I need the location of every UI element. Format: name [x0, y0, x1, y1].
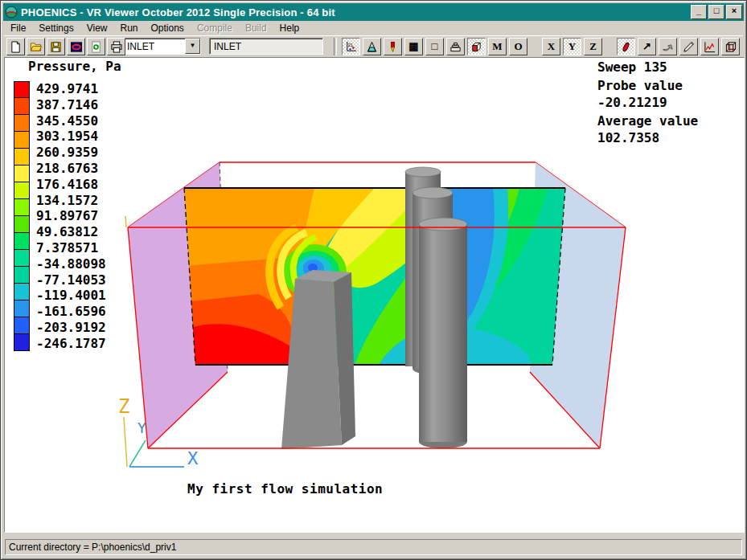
letter-x-icon: X [548, 40, 555, 53]
menu-file[interactable]: File [4, 22, 32, 35]
mesh-button[interactable]: M [488, 38, 507, 55]
outline-button[interactable]: O [509, 38, 527, 55]
app-icon [5, 6, 18, 18]
wire-cube-icon [724, 41, 737, 53]
z-plane-button[interactable]: Z [584, 38, 602, 55]
cone-icon [366, 41, 378, 53]
solid-view-button[interactable] [467, 38, 486, 55]
square-outline-icon: □ [432, 40, 438, 53]
legend-swatch [14, 132, 30, 149]
reload-icon [90, 41, 102, 53]
maximize-button[interactable]: □ [708, 5, 724, 19]
pressure-contour-plane [178, 184, 573, 370]
grid-button[interactable]: ▦ [404, 38, 423, 55]
legend-value: 7.378571 [36, 240, 98, 256]
average-value: 102.7358 [597, 130, 659, 145]
menu-options[interactable]: Options [145, 22, 191, 35]
legend-title: Pressure, Pa [28, 59, 121, 74]
x-plane-button[interactable]: X [542, 38, 560, 55]
object-name-field[interactable]: INLET [209, 38, 323, 55]
svg-text:21: 21 [348, 42, 353, 47]
x-axis-label: X [187, 448, 199, 468]
legend-swatch [14, 182, 30, 199]
legend-value: -246.1787 [36, 336, 106, 352]
z-axis-label: Z [118, 395, 129, 418]
printer-icon [110, 41, 123, 53]
menu-view[interactable]: View [80, 22, 114, 35]
menu-help[interactable]: Help [273, 22, 306, 35]
animation-button[interactable] [67, 38, 85, 55]
legend-value: 387.7146 [36, 97, 98, 113]
window-title: PHOENICS - VR Viewer October 2012 Single… [21, 6, 335, 18]
reload-button[interactable] [87, 38, 105, 55]
status-text: Current directory = P:\phoenics\d_priv1 [5, 539, 742, 555]
streamline-icon [662, 41, 675, 53]
streamline-button[interactable] [659, 38, 677, 55]
vector-button[interactable]: ↗ [638, 38, 656, 55]
menu-bar: FileSettingsViewRunOptionsCompileBuildHe… [4, 22, 743, 35]
blockage-button[interactable] [446, 38, 465, 55]
legend-swatch [14, 284, 30, 300]
graph-button[interactable] [700, 38, 719, 55]
minimize-button[interactable]: _ [691, 5, 707, 19]
object-selector-value: INLET [124, 41, 185, 52]
print-button[interactable] [107, 38, 125, 55]
y-plane-button[interactable]: Y [563, 38, 581, 55]
open-folder-icon [30, 41, 43, 53]
toolbar-separator [334, 38, 337, 55]
menu-settings[interactable]: Settings [32, 22, 80, 35]
toolbar: INLET ▼ INLET 21▦□MOXYZ↗ [4, 35, 743, 57]
contour-lens-icon [620, 41, 632, 53]
legend-swatch [14, 115, 30, 132]
close-button[interactable]: × [726, 5, 742, 19]
wireframe-button[interactable]: □ [425, 38, 444, 55]
stacked-blocks-icon [449, 41, 462, 53]
probe-label: Probe value [597, 78, 683, 93]
legend-value: -34.88098 [36, 256, 106, 272]
legend-swatch [14, 199, 30, 216]
scene-caption: My first flow simulation [187, 481, 383, 497]
average-label: Average value [597, 113, 698, 129]
probe-value: -20.21219 [597, 95, 667, 110]
legend-swatch [14, 334, 30, 351]
menu-run[interactable]: Run [114, 22, 145, 35]
legend-value: -161.6596 [36, 304, 106, 320]
cone-view-button[interactable] [363, 38, 381, 55]
new-file-icon [10, 41, 22, 53]
solid-box-icon [470, 41, 482, 53]
probe-marker-button[interactable] [384, 38, 402, 55]
new-file-button[interactable] [6, 38, 25, 55]
legend-swatch [14, 250, 30, 267]
viewport-3d[interactable]: Z Y X [113, 153, 652, 479]
save-button[interactable] [47, 38, 65, 55]
legend-swatch [14, 267, 30, 284]
open-file-button[interactable] [27, 38, 45, 55]
chevron-down-icon[interactable]: ▼ [185, 39, 200, 54]
legend-value: 176.4168 [36, 177, 98, 193]
legend-swatch [14, 81, 30, 98]
title-bar[interactable]: PHOENICS - VR Viewer October 2012 Single… [3, 3, 744, 21]
legend-swatch [14, 98, 30, 115]
probe-pen-button[interactable] [679, 38, 698, 55]
legend-color-bar [14, 81, 30, 351]
status-bar: Current directory = P:\phoenics\d_priv1 [4, 534, 743, 556]
legend-value: 429.9741 [36, 81, 98, 97]
legend-value: 303.1954 [36, 129, 98, 145]
menu-build: Build [239, 22, 273, 35]
legend-swatch [14, 300, 30, 317]
domain-outline-button[interactable] [721, 38, 740, 55]
letter-y-icon: Y [568, 40, 576, 53]
legend-value: -77.14053 [36, 272, 106, 288]
object-selector[interactable]: INLET ▼ [123, 38, 201, 55]
legend-value: -119.4001 [36, 288, 106, 304]
probe-marker-icon [387, 41, 399, 53]
legend-value: 91.89767 [36, 208, 98, 224]
application-window: PHOENICS - VR Viewer October 2012 Single… [0, 0, 747, 560]
graph-icon [704, 41, 716, 53]
grid-icon: ▦ [408, 40, 418, 53]
probe-position-button[interactable]: 21 [342, 38, 360, 55]
contour-button[interactable] [617, 38, 635, 55]
legend-value: 218.6763 [36, 161, 98, 177]
cylinder-front [419, 218, 467, 448]
y-axis-label: Y [137, 419, 146, 436]
